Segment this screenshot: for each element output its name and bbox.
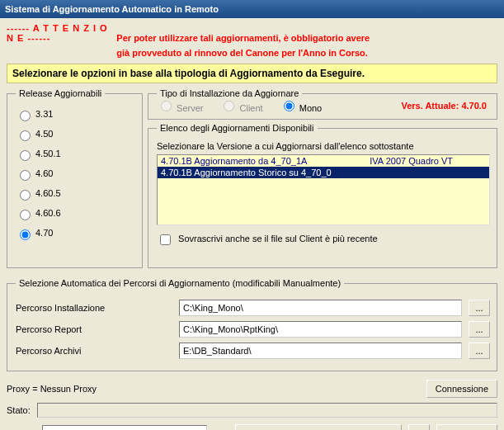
archive-path-label: Percorso Archivi: [16, 346, 172, 356]
overwrite-checkbox[interactable]: Sovrascrivi anche se il file sul Client …: [157, 234, 378, 243]
window-titlebar: Sistema di Aggiornamento Automatico in R…: [0, 0, 504, 18]
attention-text-1: Per poter utilizzare tali aggiornamenti,…: [116, 33, 370, 43]
attention-text-2: già provveduto al rinnovo del Canone per…: [116, 48, 368, 58]
release-option[interactable]: 4.60: [16, 164, 135, 184]
releases-group: Release Aggiornabili 3.31 4.50 4.50.1 4.…: [7, 88, 143, 268]
release-option[interactable]: 4.60.5: [16, 184, 135, 204]
updates-list-group: Elenco degli Aggiornamenti Disponibili S…: [148, 123, 497, 268]
report-path-label: Percorso Report: [16, 324, 172, 334]
install-type-mono[interactable]: Mono: [280, 98, 323, 113]
updates-listbox[interactable]: 4.70.1B Aggiornamento da 4_70_1A IVA 200…: [157, 154, 490, 225]
release-option[interactable]: 4.60.6: [16, 204, 135, 224]
release-option[interactable]: 4.70: [16, 224, 135, 243]
install-path-label: Percorso Installazione: [16, 303, 172, 313]
report-path-input[interactable]: [179, 321, 462, 338]
browse-button[interactable]: ...: [469, 343, 490, 359]
release-option[interactable]: 4.50.1: [16, 144, 135, 164]
proxy-label: Proxy = Nessun Proxy: [7, 384, 97, 394]
releases-legend: Release Aggiornabili: [16, 88, 105, 98]
help-button[interactable]: ?: [408, 424, 430, 430]
attention-line-1: ------ A T T E N Z I O N E ------ Per po…: [7, 21, 497, 45]
proceed-button[interactable]: Procedi con Aggiornamento/Test: [235, 424, 402, 430]
install-type-group: Tipo di Installazione da Aggiornare Serv…: [148, 88, 497, 120]
browse-button[interactable]: ...: [469, 300, 490, 316]
paths-legend: Selezione Automatica dei Percorsi di Agg…: [16, 278, 344, 288]
list-item[interactable]: 4.70.1B Aggiornamento Storico su 4_70_0: [158, 167, 489, 178]
attention-line-2: già provveduto al rinnovo del Canone per…: [7, 45, 497, 60]
status-field: [37, 403, 497, 418]
attention-marker: ------ A T T E N Z I O N E ------: [7, 23, 114, 43]
status-label: Stato:: [7, 405, 31, 415]
instruction-bar: Selezionare le opzioni in base alla tipo…: [7, 64, 497, 83]
install-type-server: Server: [157, 98, 203, 113]
updates-list-legend: Elenco degli Aggiornamenti Disponibili: [157, 123, 318, 133]
archive-path-input[interactable]: [179, 343, 462, 359]
paths-group: Selezione Automatica dei Percorsi di Agg…: [7, 278, 497, 371]
release-option[interactable]: 3.31: [16, 105, 135, 125]
install-type-client: Client: [219, 98, 262, 113]
connection-button[interactable]: Connessione: [426, 380, 497, 398]
current-version-label: Vers. Attuale: 4.70.0: [401, 101, 490, 111]
window-title: Sistema di Aggiornamento Automatico in R…: [5, 4, 219, 14]
exit-button[interactable]: Esci: [436, 424, 497, 430]
install-path-input[interactable]: [179, 300, 462, 316]
updates-list-sub: Selezionare la Versione a cui Aggiornars…: [157, 141, 490, 151]
server-input[interactable]: [42, 425, 207, 430]
list-item[interactable]: 4.70.1B Aggiornamento da 4_70_1A IVA 200…: [158, 155, 489, 167]
browse-button[interactable]: ...: [469, 321, 490, 338]
release-option[interactable]: 4.50: [16, 125, 135, 144]
install-type-legend: Tipo di Installazione da Aggiornare: [157, 88, 302, 98]
